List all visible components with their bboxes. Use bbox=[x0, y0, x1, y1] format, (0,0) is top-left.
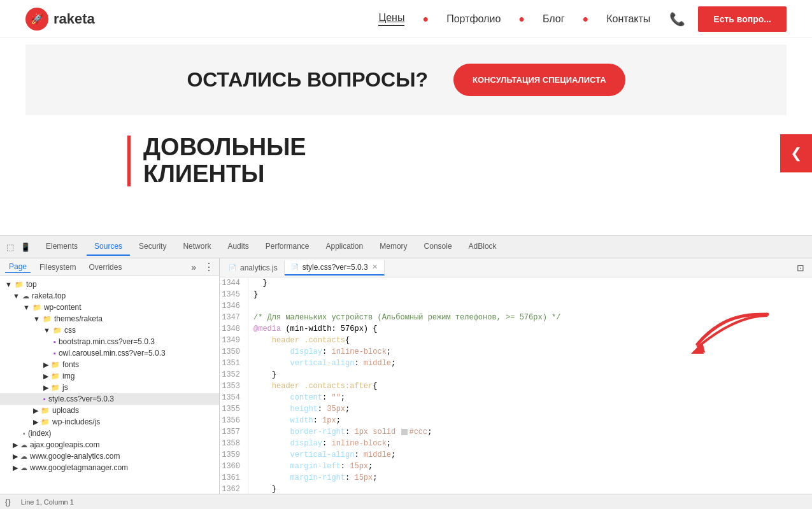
line-num: 1357 bbox=[220, 426, 248, 438]
tree-item-owl[interactable]: ▪ owl.carousel.min.css?ver=5.0.3 bbox=[0, 347, 219, 359]
nav-цены[interactable]: Цены bbox=[378, 12, 404, 26]
line-content: vertical-align: middle; bbox=[253, 449, 812, 461]
tree-item-img[interactable]: ▶ 📁 img bbox=[0, 370, 219, 382]
fp-more-btn[interactable]: » bbox=[191, 262, 196, 272]
file-panel: Page Filesystem Overrides » ⋮ ▼ 📁 top ▼ … bbox=[0, 258, 220, 494]
banner-title: ОСТАЛИСЬ ВОПРОСЫ? bbox=[187, 68, 428, 92]
chevron-down-icon-3: ▼ bbox=[23, 303, 30, 311]
tab-elements[interactable]: Elements bbox=[38, 238, 85, 256]
line-num: 1352 bbox=[220, 369, 248, 380]
tree-item-ga[interactable]: ▶ ☁ www.google-analytics.com bbox=[0, 450, 219, 462]
line-content: content: ""; bbox=[253, 392, 812, 403]
banner-section: ОСТАЛИСЬ ВОПРОСЫ? КОНСУЛЬТАЦИЯ СПЕЦИАЛИС… bbox=[25, 45, 787, 115]
line-num: 1355 bbox=[220, 403, 248, 415]
code-line-1361: 1361 margin-right: 15px; bbox=[220, 472, 812, 484]
fp-tab-filesystem[interactable]: Filesystem bbox=[36, 261, 80, 273]
line-num: 1354 bbox=[220, 392, 248, 403]
fp-tab-overrides[interactable]: Overrides bbox=[85, 261, 125, 273]
tree-item-style-css[interactable]: ▪ style.css?ver=5.0.3 bbox=[0, 393, 219, 405]
device-icon[interactable]: 📱 bbox=[19, 241, 32, 253]
chevron-right-icon-5: ▶ bbox=[33, 418, 38, 426]
tree-item-css[interactable]: ▼ 📁 css bbox=[0, 324, 219, 336]
tab-network[interactable]: Network bbox=[175, 238, 218, 256]
code-line-1344: 1344 } bbox=[220, 277, 812, 289]
code-line-1360: 1360 margin-left: 15px; bbox=[220, 461, 812, 472]
arrow-button[interactable]: ❮ bbox=[780, 134, 812, 172]
line-content: width: 1px; bbox=[253, 415, 812, 426]
line-num: 1360 bbox=[220, 461, 248, 472]
chevron-down-icon-4: ▼ bbox=[33, 315, 40, 323]
tab-memory[interactable]: Memory bbox=[372, 238, 415, 256]
tree-item-index[interactable]: ▪ (index) bbox=[0, 428, 219, 439]
tab-file-icon-2: 📄 bbox=[291, 263, 299, 270]
line-content: header .contacts{ bbox=[253, 335, 812, 346]
fp-kebab-btn[interactable]: ⋮ bbox=[204, 261, 214, 273]
line-content: display: inline-block; bbox=[253, 346, 812, 358]
red-bar bbox=[127, 136, 131, 186]
code-line-1354: 1354 content: ""; bbox=[220, 392, 812, 403]
site-header: 🚀 raketa Цены ● Портфолио ● Блог ● Конта… bbox=[0, 0, 812, 38]
chevron-right-icon-1: ▶ bbox=[43, 361, 48, 369]
code-tab-analytics[interactable]: 📄 analytics.js bbox=[222, 261, 285, 275]
folder-icon-9: 📁 bbox=[41, 418, 50, 426]
code-tab-style[interactable]: 📄 style.css?ver=5.0.3 ✕ bbox=[285, 260, 385, 275]
code-line-1351: 1351 vertical-align: middle; bbox=[220, 358, 812, 369]
tree-item-bootstrap[interactable]: ▪ bootstrap.min.css?ver=5.0.3 bbox=[0, 336, 219, 347]
tab-audits[interactable]: Audits bbox=[220, 238, 256, 256]
css-file-icon-1: ▪ bbox=[53, 338, 56, 345]
cloud-icon-4: ☁ bbox=[20, 464, 27, 472]
code-line-1345: 1345 } bbox=[220, 289, 812, 300]
nav-blog[interactable]: Блог bbox=[543, 13, 565, 25]
tree-item-uploads[interactable]: ▶ 📁 uploads bbox=[0, 405, 219, 416]
nav-portfolio[interactable]: Портфолио bbox=[446, 13, 501, 25]
tree-item-wp-content[interactable]: ▼ 📁 wp-content bbox=[0, 302, 219, 313]
code-content[interactable]: 1344 } 1345 } 1346 1347 /* Для маленьких… bbox=[220, 277, 812, 494]
tab-adblock[interactable]: AdBlock bbox=[461, 238, 504, 256]
folder-icon-8: 📁 bbox=[41, 407, 50, 415]
devtools-status-bar: {} Line 1, Column 1 bbox=[0, 494, 812, 509]
phone-icon-wrap[interactable]: 📞 bbox=[669, 11, 685, 27]
tree-item-themes-raketa[interactable]: ▼ 📁 themes/raketa bbox=[0, 313, 219, 324]
css-file-icon-3: ▪ bbox=[43, 395, 46, 403]
banner-cta-button[interactable]: КОНСУЛЬТАЦИЯ СПЕЦИАЛИСТА bbox=[453, 64, 625, 96]
code-line-1352: 1352 } bbox=[220, 369, 812, 380]
chevron-right-icon-2: ▶ bbox=[43, 372, 48, 380]
tree-item-ajax[interactable]: ▶ ☁ ajax.googleapis.com bbox=[0, 439, 219, 450]
cta-button[interactable]: Есть вопро... bbox=[698, 6, 787, 32]
file-icon-1: ▪ bbox=[23, 429, 25, 437]
nav-links: Цены ● Портфолио ● Блог ● Контакты bbox=[378, 12, 650, 26]
tab-performance[interactable]: Performance bbox=[258, 238, 317, 256]
chevron-down-icon-2: ▼ bbox=[13, 292, 20, 300]
tree-item-js[interactable]: ▶ 📁 js bbox=[0, 382, 219, 393]
close-icon-1[interactable]: ✕ bbox=[372, 263, 378, 271]
tree-item-raketa-top[interactable]: ▼ ☁ raketa.top bbox=[0, 290, 219, 302]
tab-application[interactable]: Application bbox=[318, 238, 371, 256]
tree-item-top[interactable]: ▼ 📁 top bbox=[0, 279, 219, 290]
line-content: } bbox=[253, 289, 812, 300]
line-num: 1356 bbox=[220, 415, 248, 426]
devtools-icons-left: ⬚ 📱 bbox=[5, 241, 32, 253]
line-content: /* Для маленьких устройств (Альбомный ре… bbox=[253, 312, 812, 323]
tab-console[interactable]: Console bbox=[417, 238, 460, 256]
tree-item-wp-includes[interactable]: ▶ 📁 wp-includes/js bbox=[0, 416, 219, 428]
code-panel-actions-btn[interactable]: ⊡ bbox=[797, 263, 809, 273]
inspect-icon[interactable]: ⬚ bbox=[5, 241, 15, 253]
tree-item-gtm[interactable]: ▶ ☁ www.googletagmanager.com bbox=[0, 462, 219, 473]
code-tabs: 📄 analytics.js 📄 style.css?ver=5.0.3 ✕ ⊡ bbox=[220, 258, 812, 277]
code-line-1353: 1353 header .contacts:after{ bbox=[220, 380, 812, 392]
fp-tab-page[interactable]: Page bbox=[5, 261, 31, 273]
chevron-down-icon-5: ▼ bbox=[43, 326, 50, 334]
code-line-1346: 1346 bbox=[220, 300, 812, 312]
chevron-right-icon-4: ▶ bbox=[33, 407, 38, 415]
cloud-icon: ☁ bbox=[22, 292, 29, 300]
tab-sources[interactable]: Sources bbox=[87, 238, 130, 256]
nav-contacts[interactable]: Контакты bbox=[606, 13, 650, 25]
line-content bbox=[253, 300, 812, 312]
status-position: Line 1, Column 1 bbox=[21, 498, 74, 506]
tree-item-fonts[interactable]: ▶ 📁 fonts bbox=[0, 359, 219, 370]
tab-security[interactable]: Security bbox=[131, 238, 174, 256]
status-braces-icon[interactable]: {} bbox=[5, 497, 11, 506]
line-num: 1344 bbox=[220, 277, 248, 289]
line-content: margin-right: 15px; bbox=[253, 472, 812, 484]
folder-icon-7: 📁 bbox=[51, 384, 60, 392]
